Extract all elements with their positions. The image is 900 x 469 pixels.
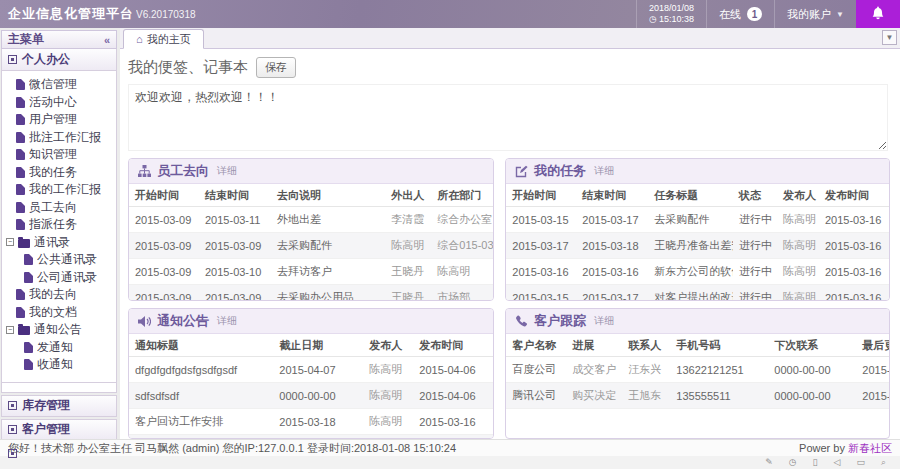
notes-textarea[interactable] (128, 84, 888, 151)
sidebar-item-发通知[interactable]: 发通知 (6, 339, 114, 357)
sidebar-item-我的去向[interactable]: 我的去向 (6, 286, 114, 304)
detail-link[interactable]: 详细 (217, 314, 237, 328)
sidebar-item-收通知[interactable]: 收通知 (6, 356, 114, 374)
document-icon (16, 149, 25, 160)
table-row[interactable]: 2015-03-172015-03-18王晓丹准备出差安装，其他人配合进行中陈高… (506, 233, 889, 259)
table-header-row: 开始时间结束时间任务标题状态发布人发布时间 (506, 184, 889, 207)
edit-icon[interactable]: ✎ (765, 458, 773, 467)
search-icon[interactable]: ⌕ (881, 458, 886, 467)
section-box-icon (8, 449, 17, 458)
menu-item-label: 我的文档 (29, 304, 77, 321)
table-row[interactable]: 腾讯公司购买决定王旭东1355555110000-00-002015-04-06 (506, 383, 889, 409)
table-row[interactable]: 2015-03-152015-03-17对客户提出的改进意见进行处理进行中陈高明… (506, 285, 889, 302)
table-row[interactable]: 2015-03-162015-03-16新东方公司的软件开发合同需要签约进行中陈… (506, 259, 889, 285)
table-header-row: 通知标题截止日期发布人发布时间 (129, 334, 493, 357)
table-cell: 成交客户 (566, 357, 622, 383)
table-cell: 2015-03-16 (819, 285, 889, 302)
document-icon (16, 79, 25, 90)
table-cell: 陈高明 (385, 233, 431, 259)
menu-item-label: 通讯录 (34, 234, 70, 251)
table-cell: 王晓丹 (385, 285, 431, 302)
collapse-minus-icon[interactable]: − (6, 238, 14, 246)
table-row[interactable]: 2015-03-092015-03-10去拜访客户王晓丹陈高明 (129, 259, 493, 285)
account-menu[interactable]: 我的账户 ▼ (774, 0, 856, 28)
table-row[interactable]: 2015-03-092015-03-11外地出差李清霞综合办公室 (129, 207, 493, 233)
sidebar-item-用户管理[interactable]: 用户管理 (6, 111, 114, 129)
detail-link[interactable]: 详细 (594, 314, 614, 328)
table-cell: 王晓丹 (385, 259, 431, 285)
folder-icon (18, 239, 30, 248)
detail-link[interactable]: 详细 (594, 164, 614, 178)
table-cell: 腾讯公司 (506, 383, 566, 409)
community-link[interactable]: 新春社区 (848, 442, 892, 454)
table-cell: 陈高明 (431, 259, 493, 285)
sidebar-item-公司通讯录[interactable]: 公司通讯录 (6, 269, 114, 287)
table-cell: 0000-00-00 (768, 383, 856, 409)
sound-icon[interactable]: ◁ (834, 458, 841, 467)
collapse-minus-icon[interactable]: − (6, 326, 14, 334)
history-icon[interactable]: ◷ (789, 458, 797, 467)
document-icon (16, 289, 25, 300)
table-row[interactable]: 百度公司成交客户汪东兴136221212510000-00-002015-04-… (506, 357, 889, 383)
sidebar-section-personal-office[interactable]: 个人办公 (1, 49, 117, 71)
detail-link[interactable]: 详细 (217, 164, 237, 178)
section-label: 客户管理 (22, 421, 70, 438)
sidebar-item-通知公告[interactable]: −通知公告 (6, 321, 114, 339)
sidebar-section-库存管理[interactable]: 库存管理 (1, 395, 117, 417)
sidebar-item-员工去向[interactable]: 员工去向 (6, 199, 114, 217)
sidebar-item-我的文档[interactable]: 我的文档 (6, 304, 114, 322)
document-icon (16, 219, 25, 230)
online-indicator[interactable]: 在线 1 (706, 0, 774, 28)
sidebar-item-公共通讯录[interactable]: 公共通讯录 (6, 251, 114, 269)
sidebar-item-我的任务[interactable]: 我的任务 (6, 164, 114, 182)
sidebar-item-知识管理[interactable]: 知识管理 (6, 146, 114, 164)
table-cell: 新东方公司的软件开发合同需要签约 (648, 259, 733, 285)
whereabouts-table: 开始时间结束时间去向说明外出人所在部门2015-03-092015-03-11外… (129, 184, 493, 301)
column-header: 进展 (566, 334, 622, 357)
sidebar-item-通讯录[interactable]: −通讯录 (6, 234, 114, 252)
table-cell: 2015-04-06 (413, 357, 493, 383)
window-icon[interactable]: ▭ (856, 458, 865, 467)
panel-header: 我的任务 详细 (506, 159, 889, 184)
menu-item-label: 我的去向 (29, 286, 77, 303)
table-cell: 陈高明 (363, 409, 413, 435)
table-row[interactable]: 2015-03-092015-03-09去采购配件陈高明综合015-03- (129, 233, 493, 259)
section-label: 个人办公 (22, 51, 70, 68)
tab-my-homepage[interactable]: ⌂ 我的主页 (123, 29, 204, 49)
delete-icon[interactable]: ▯ (813, 458, 818, 467)
column-header: 所在部门 (431, 184, 493, 207)
column-header: 任务标题 (648, 184, 733, 207)
column-header: 发布人 (777, 184, 819, 207)
column-header: 结束时间 (576, 184, 648, 207)
document-icon (16, 114, 25, 125)
table-row[interactable]: dfgdfgdfgdsfgsdfgsdf2015-04-07陈高明2015-04… (129, 357, 493, 383)
sidebar-section-客户管理[interactable]: 客户管理 (1, 419, 117, 441)
notices-table: 通知标题截止日期发布人发布时间dfgdfgdfgdsfgsdfgsdf2015-… (129, 334, 493, 439)
notifications-button[interactable] (856, 0, 900, 28)
column-header: 联系人 (622, 334, 670, 357)
table-cell: 2015-03-09 (129, 285, 199, 302)
tab-list-chevron-button[interactable]: ▼ (882, 30, 897, 45)
table-cell: 0000-00-00 (768, 357, 856, 383)
panel-title: 通知公告 (157, 312, 209, 330)
app-title: 企业信息化管理平台 (8, 5, 134, 23)
table-cell: 陈高明 (363, 357, 413, 383)
table-cell: 2015-03-15 (506, 285, 576, 302)
sidebar-item-我的工作汇报[interactable]: 我的工作汇报 (6, 181, 114, 199)
sidebar-collapse-icon[interactable]: « (104, 34, 110, 46)
save-button[interactable]: 保存 (256, 57, 296, 78)
sidebar-item-微信管理[interactable]: 微信管理 (6, 76, 114, 94)
bell-icon (871, 6, 885, 23)
table-row[interactable]: sdfsdfsdf0000-00-00陈高明2015-04-06 (129, 383, 493, 409)
table-row[interactable]: 2015-03-152015-03-17去采购配件进行中陈高明2015-03-1… (506, 207, 889, 233)
table-row[interactable]: 客户回访工作安排2015-03-18陈高明2015-03-16 (129, 409, 493, 435)
sidebar-item-批注工作汇报[interactable]: 批注工作汇报 (6, 129, 114, 147)
table-cell: 2015-04-06 (856, 357, 889, 383)
online-count-badge: 1 (747, 7, 762, 21)
sidebar-item-活动中心[interactable]: 活动中心 (6, 94, 114, 112)
table-cell: 2015-03-09 (129, 233, 199, 259)
sidebar-item-指派任务[interactable]: 指派任务 (6, 216, 114, 234)
table-row[interactable]: 2015-03-092015-03-09去采购办公用品王晓丹市场部 (129, 285, 493, 302)
account-label: 我的账户 (787, 7, 831, 22)
column-header: 发布时间 (413, 334, 493, 357)
